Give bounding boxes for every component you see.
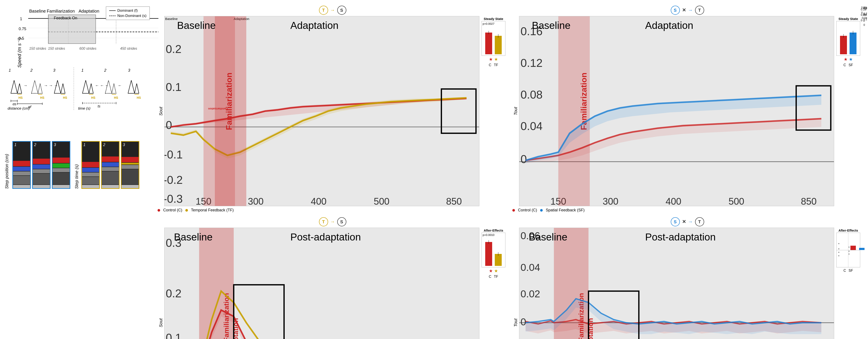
circle-S-topright: S — [671, 6, 680, 15]
svg-text:2: 2 — [30, 68, 33, 72]
svg-marker-16 — [18, 84, 22, 93]
svg-text:-0.3: -0.3 — [164, 192, 183, 205]
panel-num-g1: 1 — [83, 143, 86, 147]
svg-text:0: 0 — [521, 316, 526, 328]
svg-text:HS: HS — [91, 96, 95, 99]
panel-num-g2: 2 — [103, 143, 105, 147]
chart-svg-topright: 0.16 0.12 0.08 0.04 0 150 300 400 500 85… — [519, 16, 834, 206]
panel-num-g3: 3 — [123, 143, 125, 147]
speed-y-label: Speed (m s⁻¹) — [17, 37, 22, 68]
svg-text:Baseline: Baseline — [174, 232, 213, 243]
circle-S-bottomright: S — [671, 217, 680, 226]
svg-text:0.02: 0.02 — [521, 288, 540, 300]
svg-text:Baseline: Baseline — [532, 20, 570, 31]
svg-text:0.04: 0.04 — [521, 120, 543, 132]
x-bottomright: ✕ — [682, 219, 686, 225]
steady-state-bars-tr — [836, 21, 860, 56]
y-label-topright: Tout — [512, 16, 519, 206]
svg-text:←: ← — [118, 83, 122, 88]
legend-control-tr: Control (C) — [518, 208, 537, 213]
svg-marker-26 — [61, 84, 65, 93]
circle-T-bottomright: T — [695, 217, 704, 226]
svg-marker-21 — [38, 84, 42, 93]
steady-state-label-tr: Steady State — [838, 17, 858, 21]
main-chart-bottomleft: 0.3 0.2 0.1 0 150 900 1000 1100 1300 Fam… — [164, 228, 479, 339]
side-chart-bottomleft: After-Effects p=0.0010 ★ ★ — [479, 228, 507, 339]
svg-text:→: → — [24, 83, 27, 88]
svg-marker-45 — [112, 84, 116, 93]
circle-S-topleft: S — [337, 6, 346, 15]
dot-tf-tl — [185, 209, 188, 212]
main-chart-bottomright: 0.06 0.04 0.02 0 -0.02 -0.04 150 900 100… — [519, 228, 834, 339]
fb-panel-gold-1: 1 — [82, 141, 100, 189]
svg-text:0: 0 — [521, 153, 527, 165]
y-label-bottomleft: Sout — [158, 228, 164, 339]
bar-control-tr — [840, 36, 847, 54]
bar-control-tl — [485, 33, 492, 54]
y-tick-1: 1 — [20, 17, 22, 21]
svg-marker-49 — [128, 80, 134, 93]
svg-text:0.04: 0.04 — [521, 262, 540, 273]
svg-text:850: 850 — [446, 196, 462, 206]
phase-familiarization: Familiarization — [47, 9, 67, 14]
gold-panels-row: 1 2 — [82, 141, 139, 189]
svg-text:Post-adaptation: Post-adaptation — [290, 232, 361, 243]
stride-label-2: 600 strides — [66, 47, 110, 51]
circle-T-topright: T — [695, 6, 704, 15]
aftereffects-bars-bl: p=0.0010 — [482, 233, 505, 267]
svg-text:ts: ts — [98, 104, 100, 108]
bar-control-bl — [485, 242, 492, 266]
step-figures-svg: 1 2 3 1 2 3 HS → HS — [6, 67, 148, 111]
fb-panel-blue-3: 3 — [52, 141, 70, 189]
circle-T-topleft: T — [319, 6, 328, 15]
y-tick-2: 0.75 — [19, 27, 26, 31]
fb-panel-blue-1: 1 — [12, 141, 31, 189]
y-label-topleft: Sout — [158, 16, 164, 206]
p-value-tl: p=0.0027 — [483, 22, 495, 25]
svg-text:3: 3 — [128, 68, 130, 72]
feedback-label: Feedback On — [54, 16, 77, 21]
x-topright: ✕ — [682, 7, 686, 13]
circle-S-bottomleft: S — [337, 217, 346, 226]
svg-text:-0.2: -0.2 — [164, 174, 183, 186]
c-tf-labels-bl: C TF — [489, 275, 498, 279]
steady-state-bars-tl: p=0.0027 — [482, 21, 505, 56]
arrow-bottomleft: → — [330, 219, 335, 225]
svg-text:← ← ←: ← ← ← — [95, 83, 109, 88]
svg-marker-39 — [83, 80, 89, 93]
side-chart-bottomright: After-Effects — [834, 228, 862, 339]
star-red-tr: ★ — [844, 57, 847, 62]
step-time-label: Step time (s) — [74, 164, 79, 189]
arrow-bottomright: → — [688, 219, 693, 225]
star-gold-bl: ★ — [494, 268, 498, 273]
svg-text:Adaptation: Adaptation — [290, 20, 339, 31]
star-red-bl: ★ — [489, 268, 493, 273]
aftereffects-bars-br — [836, 233, 860, 267]
svg-text:500: 500 — [728, 196, 744, 206]
svg-marker-50 — [134, 84, 139, 93]
legend-dominant: Dominant (f) — [117, 8, 138, 13]
svg-marker-40 — [89, 84, 93, 93]
svg-text:400: 400 — [311, 196, 327, 206]
side-chart-topleft: Steady State p=0.0027 ★ — [479, 16, 507, 206]
svg-marker-15 — [11, 80, 18, 93]
panel-num-b1: 1 — [14, 143, 17, 147]
aftereffects-label-bl: After-Effects — [484, 228, 503, 232]
dot-control-tl — [158, 209, 160, 212]
arrow-topleft: → — [330, 7, 335, 13]
svg-text:HS: HS — [63, 96, 67, 99]
svg-text:300: 300 — [602, 196, 618, 206]
svg-text:Baseline: Baseline — [529, 232, 567, 243]
svg-text:Post-adaptation: Post-adaptation — [645, 232, 716, 243]
arrow-topright: → — [688, 7, 693, 13]
bar-sf-tr — [849, 33, 857, 54]
bar-tf-tl — [495, 36, 502, 54]
bar-tf-bl — [495, 254, 502, 266]
svg-text:0: 0 — [166, 119, 172, 131]
top-right-chart: S ✕ → T Tout 0.16 0.12 0.08 — [511, 4, 864, 214]
svg-text:HS: HS — [114, 96, 118, 99]
main-chart-topleft: Baseline Adaptation Familiarization — [164, 16, 479, 206]
legend-solid-line — [109, 10, 116, 11]
baseline-label-tl: Baseline — [165, 17, 178, 21]
step-position-label: Step position (cm) — [4, 154, 9, 189]
